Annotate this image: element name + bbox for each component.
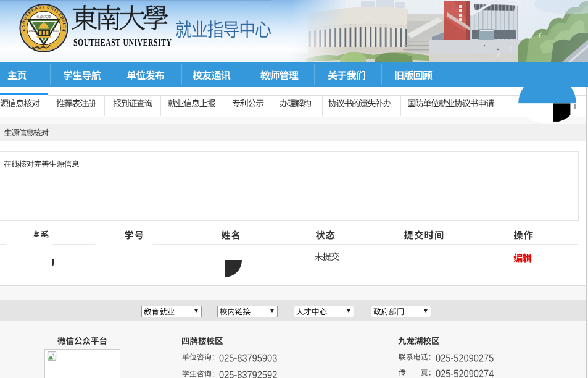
- svg-text:1902: 1902: [29, 30, 36, 33]
